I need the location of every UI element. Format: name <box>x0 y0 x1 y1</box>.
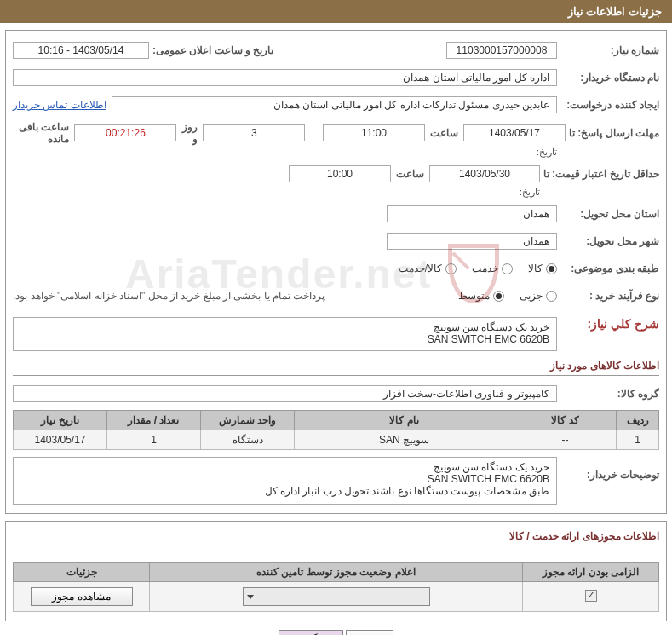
row-province: استان محل تحویل: همدان <box>13 203 659 225</box>
page-title: جزئیات اطلاعات نیاز <box>568 5 662 18</box>
days-count: 3 <box>203 124 305 141</box>
need-number-label: شماره نیاز: <box>557 44 659 56</box>
countdown-suffix: ساعت باقی مانده <box>13 121 74 145</box>
requester-value: عابدین حیدری مسئول تدارکات اداره کل امور… <box>112 96 557 113</box>
row-description: شرح کلي نیاز: خرید یک دستگاه سن سوییچ SA… <box>13 317 659 351</box>
process-radios: جزیی متوسط <box>458 290 557 302</box>
buyer-desc-l1: خرید یک دستگاه سن سوییچ <box>20 461 549 473</box>
description-box: خرید یک دستگاه سن سوییچ SAN SWITCH EMC 6… <box>13 317 557 351</box>
license-row: مشاهده مجوز <box>14 582 659 612</box>
process-note: پرداخت تمام یا بخشی از مبلغ خرید از محل … <box>13 290 325 302</box>
td-code: -- <box>514 430 617 450</box>
print-button[interactable]: چاپ <box>346 630 393 635</box>
td-row: 1 <box>617 430 659 450</box>
action-buttons: چاپ بازگشت <box>0 630 672 635</box>
countdown: 00:21:26 <box>74 124 176 141</box>
td-date: 1403/05/17 <box>14 430 107 450</box>
back-button[interactable]: بازگشت <box>279 630 343 635</box>
mandatory-checkbox[interactable] <box>585 590 597 602</box>
row-need-number: شماره نیاز: 1103000157000008 تاریخ و ساع… <box>13 39 659 61</box>
radio-icon <box>502 263 513 274</box>
chevron-down-icon <box>247 595 254 599</box>
province-value: همدان <box>387 205 557 222</box>
th-date: تاریخ نیاز <box>14 411 107 430</box>
validity-sub: تاریخ: <box>13 187 659 198</box>
th-unit: واحد شمارش <box>201 411 295 430</box>
need-number-value: 1103000157000008 <box>446 42 557 59</box>
deadline-label: مهلت ارسال پاسخ: تا <box>566 127 659 139</box>
buyer-org-value: اداره کل امور مالیاتی استان همدان <box>13 69 557 86</box>
radio-partial[interactable]: جزیی <box>520 290 557 302</box>
deadline-date: 1403/05/17 <box>463 124 566 141</box>
category-radios: کالا خدمت کالا/خدمت <box>399 263 557 274</box>
category-label: طبقه بندی موضوعی: <box>557 263 659 274</box>
license-panel: اطلاعات مجوزهای ارائه خدمت / کالا الزامی… <box>5 521 667 621</box>
validity-label: حداقل تاریخ اعتبار قیمت: تا <box>540 168 659 180</box>
radio-goods[interactable]: کالا <box>528 263 557 274</box>
table-row: 1 -- سوییچ SAN دستگاه 1 1403/05/17 <box>14 430 659 450</box>
deadline-time: 11:00 <box>323 124 425 141</box>
group-value: کامپیوتر و فناوری اطلاعات-سخت افزار <box>13 385 557 402</box>
th-mandatory: الزامی بودن ارائه مجوز <box>523 563 659 582</box>
desc-line2: SAN SWITCH EMC 6620B <box>20 333 549 345</box>
th-status: اعلام وضعیت مجوز توسط تامین کننده <box>150 563 523 582</box>
th-row: ردیف <box>617 411 659 430</box>
province-label: استان محل تحویل: <box>557 208 659 220</box>
days-suffix: روز و <box>176 121 203 145</box>
td-details: مشاهده مجوز <box>14 582 150 612</box>
requester-label: ایجاد کننده درخواست: <box>557 99 659 111</box>
buyer-desc-l3: طبق مشخصات پیوست دستگاها نوع باشند تحویل… <box>20 485 549 497</box>
td-mandatory <box>523 582 659 612</box>
th-details: جزئیات <box>14 563 150 582</box>
td-status <box>150 582 523 612</box>
row-buyer-org: نام دستگاه خریدار: اداره کل امور مالیاتی… <box>13 66 659 89</box>
hour-label-2: ساعت <box>391 168 429 180</box>
row-validity: حداقل تاریخ اعتبار قیمت: تا 1403/05/30 س… <box>13 163 659 185</box>
buyer-desc-label: توضیحات خریدار: <box>557 457 659 481</box>
row-process: نوع فرآیند خرید : جزیی متوسط پرداخت تمام… <box>13 285 659 307</box>
license-table: الزامی بودن ارائه مجوز اعلام وضعیت مجوز … <box>13 562 659 612</box>
group-label: گروه کالا: <box>557 388 659 400</box>
page-header: جزئیات اطلاعات نیاز <box>0 0 672 23</box>
row-city: شهر محل تحویل: همدان <box>13 230 659 252</box>
description-label: شرح کلي نیاز: <box>557 317 659 331</box>
radio-service[interactable]: خدمت <box>472 263 513 274</box>
hour-label-1: ساعت <box>425 127 463 139</box>
license-title: اطلاعات مجوزهای ارائه خدمت / کالا <box>13 530 659 546</box>
buyer-desc-box: خرید یک دستگاه سن سوییچ SAN SWITCH EMC 6… <box>13 457 557 505</box>
city-label: شهر محل تحویل: <box>557 235 659 247</box>
radio-icon <box>445 263 457 274</box>
th-qty: تعداد / مقدار <box>107 411 201 430</box>
main-panel: AriaTender.net شماره نیاز: 1103000157000… <box>5 30 667 514</box>
th-name: نام کالا <box>295 411 514 430</box>
row-group: گروه کالا: کامپیوتر و فناوری اطلاعات-سخت… <box>13 383 659 405</box>
validity-time: 10:00 <box>289 165 391 182</box>
radio-icon <box>493 291 504 302</box>
th-code: کد کالا <box>514 411 617 430</box>
radio-icon <box>546 263 557 274</box>
row-buyer-desc: توضیحات خریدار: خرید یک دستگاه سن سوییچ … <box>13 457 659 505</box>
radio-icon <box>546 291 557 302</box>
announce-label: تاریخ و ساعت اعلان عمومی: <box>149 44 273 56</box>
buyer-org-label: نام دستگاه خریدار: <box>557 72 659 84</box>
deadline-sub: تاریخ: <box>13 147 659 158</box>
status-select[interactable] <box>243 587 430 606</box>
td-unit: دستگاه <box>201 430 295 450</box>
radio-both[interactable]: کالا/خدمت <box>399 263 457 274</box>
buyer-desc-l2: SAN SWITCH EMC 6620B <box>20 473 549 485</box>
validity-date: 1403/05/30 <box>429 165 540 182</box>
td-name: سوییچ SAN <box>295 430 514 450</box>
radio-medium[interactable]: متوسط <box>458 290 504 302</box>
desc-line1: خرید یک دستگاه سن سوییچ <box>20 321 549 333</box>
process-label: نوع فرآیند خرید : <box>557 290 659 302</box>
license-header-row: الزامی بودن ارائه مجوز اعلام وضعیت مجوز … <box>14 563 659 582</box>
td-qty: 1 <box>107 430 201 450</box>
contact-link[interactable]: اطلاعات تماس خریدار <box>13 99 106 111</box>
row-category: طبقه بندی موضوعی: کالا خدمت کالا/خدمت <box>13 257 659 280</box>
view-license-button[interactable]: مشاهده مجوز <box>31 587 133 606</box>
items-section-title: اطلاعات کالاهای مورد نیاز <box>13 360 659 376</box>
city-value: همدان <box>387 233 557 250</box>
announce-value: 1403/05/14 - 10:16 <box>13 42 149 59</box>
items-table: ردیف کد کالا نام کالا واحد شمارش تعداد /… <box>13 410 659 450</box>
row-deadline: مهلت ارسال پاسخ: تا 1403/05/17 ساعت 11:0… <box>13 121 659 145</box>
